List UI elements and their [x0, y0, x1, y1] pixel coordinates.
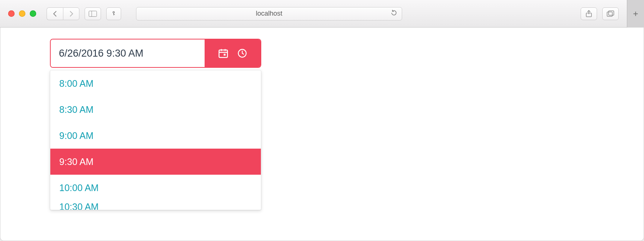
- calendar-icon[interactable]: [218, 48, 229, 59]
- time-option-label: 9:30 AM: [59, 156, 94, 167]
- minimize-window-button[interactable]: [19, 10, 25, 17]
- time-option-label: 10:00 AM: [59, 183, 99, 193]
- datetime-input[interactable]: [51, 39, 205, 67]
- svg-rect-6: [607, 12, 612, 16]
- svg-rect-0: [89, 11, 97, 16]
- time-option[interactable]: 10:00 AM: [50, 175, 261, 201]
- page-viewport: 8:00 AM 8:30 AM 9:00 AM 9:30 AM 10:00 AM…: [0, 28, 644, 241]
- svg-point-13: [239, 50, 246, 57]
- svg-point-2: [113, 12, 114, 13]
- time-option-selected[interactable]: 9:30 AM: [50, 149, 261, 175]
- time-option-label: 10:30 AM: [59, 202, 99, 210]
- address-text: localhost: [256, 10, 282, 18]
- sidebar-toggle-button[interactable]: [85, 7, 101, 20]
- back-button[interactable]: [47, 7, 63, 20]
- svg-rect-12: [224, 54, 225, 56]
- svg-rect-7: [609, 11, 614, 15]
- time-option-label: 8:00 AM: [59, 78, 94, 89]
- window-controls: [8, 10, 36, 17]
- close-window-button[interactable]: [8, 10, 15, 17]
- svg-rect-5: [586, 13, 591, 17]
- forward-button[interactable]: [63, 7, 79, 20]
- datetime-actions: [205, 39, 261, 67]
- time-dropdown[interactable]: 8:00 AM 8:30 AM 9:00 AM 9:30 AM 10:00 AM…: [50, 70, 261, 210]
- new-tab-button[interactable]: +: [627, 0, 644, 28]
- browser-toolbar: localhost +: [0, 0, 644, 28]
- address-bar[interactable]: localhost: [136, 7, 402, 20]
- time-option[interactable]: 8:00 AM: [50, 70, 261, 96]
- time-option-label: 9:00 AM: [59, 130, 94, 141]
- datetime-picker: 8:00 AM 8:30 AM 9:00 AM 9:30 AM 10:00 AM…: [50, 39, 261, 210]
- time-option-label: 8:30 AM: [59, 104, 94, 115]
- key-icon: [112, 10, 116, 17]
- password-manager-button[interactable]: [106, 7, 121, 20]
- tabs-overview-button[interactable]: [602, 7, 619, 20]
- time-option[interactable]: 9:00 AM: [50, 123, 261, 149]
- datetime-field: [50, 39, 261, 68]
- share-button[interactable]: [581, 7, 597, 20]
- fullscreen-window-button[interactable]: [30, 10, 36, 17]
- reload-button[interactable]: [391, 9, 397, 18]
- svg-rect-8: [219, 50, 228, 57]
- time-option[interactable]: 10:30 AM: [50, 201, 261, 210]
- time-option[interactable]: 8:30 AM: [50, 96, 261, 123]
- nav-button-group: [47, 7, 79, 20]
- clock-icon[interactable]: [237, 48, 247, 58]
